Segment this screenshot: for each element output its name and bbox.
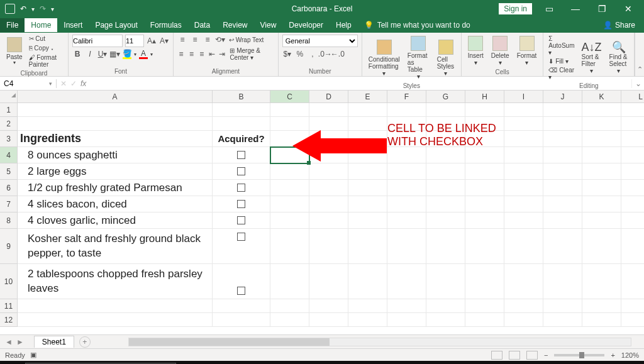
cell-G11[interactable] — [426, 299, 465, 313]
cell-L5[interactable] — [621, 163, 644, 180]
cell-C12[interactable] — [270, 313, 309, 327]
cell-K10[interactable] — [582, 264, 621, 299]
scrollbar-thumb[interactable] — [129, 338, 330, 346]
cell-B4[interactable] — [213, 147, 270, 163]
format-cells-button[interactable]: Format▾ — [514, 35, 540, 67]
cell-G10[interactable] — [426, 264, 465, 299]
expand-formula-bar-icon[interactable]: ⌄ — [631, 79, 644, 88]
excel-taskbar-icon[interactable]: X — [283, 361, 304, 364]
tab-formulas[interactable]: Formulas — [144, 18, 188, 32]
row-header-3[interactable]: 3 — [0, 131, 18, 147]
cell-I10[interactable] — [504, 264, 543, 299]
insert-cells-button[interactable]: Insert▾ — [465, 35, 486, 67]
accounting-format-icon[interactable]: $▾ — [282, 49, 292, 59]
decrease-indent-icon[interactable]: ⇤ — [208, 49, 216, 59]
tell-me-search[interactable]: 💡 Tell me what you want to do — [364, 21, 470, 30]
font-color-button[interactable]: A — [139, 50, 148, 59]
underline-button[interactable]: U▾ — [97, 49, 108, 59]
cut-button[interactable]: ✂ Cut — [28, 35, 64, 43]
row-header-8[interactable]: 8 — [0, 212, 18, 229]
cell-B9[interactable] — [213, 229, 270, 264]
cell-L9[interactable] — [621, 229, 644, 264]
row-header-11[interactable]: 11 — [0, 299, 18, 313]
sheet-tab-sheet1[interactable]: Sheet1 — [34, 336, 74, 348]
cell-H11[interactable] — [465, 299, 504, 313]
decrease-font-icon[interactable]: A▾ — [159, 36, 169, 46]
copy-button[interactable]: ⎘ Copy ▾ — [28, 44, 64, 52]
cell-G1[interactable] — [426, 103, 465, 117]
row-header-2[interactable]: 2 — [0, 117, 18, 131]
qat-customize-dropdown[interactable]: ▾ — [51, 6, 54, 13]
cell-B3[interactable]: Acquired? — [213, 131, 270, 147]
cell-L7[interactable] — [621, 196, 644, 212]
cell-B2[interactable] — [213, 117, 270, 131]
row-header-10[interactable]: 10 — [0, 264, 18, 299]
cell-K9[interactable] — [582, 229, 621, 264]
cell-L1[interactable] — [621, 103, 644, 117]
task-view-icon[interactable]: ⧉ — [197, 361, 219, 364]
undo-icon[interactable]: ↶ — [20, 4, 26, 13]
bold-button[interactable]: B — [72, 49, 82, 59]
autosum-button[interactable]: Σ AutoSum ▾ — [547, 35, 576, 57]
cell-D6[interactable] — [309, 180, 348, 196]
align-right-icon[interactable]: ≡ — [198, 49, 206, 59]
cell-A5[interactable]: 2 large eggs — [18, 163, 213, 180]
cortana-icon[interactable]: ◯ — [176, 361, 197, 364]
cell-F1[interactable] — [387, 103, 426, 117]
font-name-input[interactable] — [72, 35, 123, 47]
cell-F5[interactable] — [387, 163, 426, 180]
cell-H9[interactable] — [465, 229, 504, 264]
increase-indent-icon[interactable]: ⇥ — [218, 49, 226, 59]
col-header-A[interactable]: A — [18, 91, 213, 103]
cell-G6[interactable] — [426, 180, 465, 196]
minimize-button[interactable]: — — [566, 4, 585, 14]
cell-L12[interactable] — [621, 313, 644, 327]
cell-C6[interactable] — [270, 180, 309, 196]
cell-B6[interactable] — [213, 180, 270, 196]
sign-in-button[interactable]: Sign in — [499, 3, 532, 14]
cell-G4[interactable] — [426, 147, 465, 163]
cell-E6[interactable] — [348, 180, 387, 196]
col-header-G[interactable]: G — [426, 91, 465, 103]
col-header-I[interactable]: I — [504, 91, 543, 103]
cell-D9[interactable] — [309, 229, 348, 264]
cell-J3[interactable] — [543, 131, 582, 147]
cell-J12[interactable] — [543, 313, 582, 327]
orientation-icon[interactable]: ⟲▾ — [215, 35, 225, 45]
chrome-icon[interactable]: 🟢 — [262, 361, 283, 364]
zoom-out-button[interactable]: − — [544, 351, 548, 359]
horizontal-scrollbar[interactable] — [128, 338, 631, 346]
cell-D11[interactable] — [309, 299, 348, 313]
cell-G9[interactable] — [426, 229, 465, 264]
col-header-L[interactable]: L — [621, 91, 644, 103]
cell-J4[interactable] — [543, 147, 582, 163]
cell-C11[interactable] — [270, 299, 309, 313]
page-layout-view-button[interactable] — [509, 351, 520, 360]
tab-developer[interactable]: Developer — [282, 18, 330, 32]
checkbox-icon[interactable] — [237, 200, 245, 208]
row-header-9[interactable]: 9 — [0, 229, 18, 264]
macro-record-icon[interactable]: ▣ — [30, 351, 36, 359]
cell-F11[interactable] — [387, 299, 426, 313]
sheet-nav-prev-icon[interactable]: ◄ — [5, 338, 13, 346]
cell-H12[interactable] — [465, 313, 504, 327]
col-header-H[interactable]: H — [465, 91, 504, 103]
paste-button[interactable]: Paste ▾ — [4, 36, 25, 67]
insert-function-icon[interactable]: fx — [80, 79, 86, 88]
share-button[interactable]: 👤 Share — [603, 21, 644, 30]
cell-A9[interactable]: Kosher salt and freshly ground black pep… — [18, 229, 213, 264]
cell-I12[interactable] — [504, 313, 543, 327]
checkbox-icon[interactable] — [237, 184, 245, 192]
cell-E7[interactable] — [348, 196, 387, 212]
file-explorer-icon[interactable]: ▇ — [240, 361, 262, 364]
cell-E9[interactable] — [348, 229, 387, 264]
undo-dropdown[interactable]: ▾ — [31, 6, 35, 13]
save-icon[interactable] — [5, 4, 15, 14]
cell-J11[interactable] — [543, 299, 582, 313]
cell-I7[interactable] — [504, 196, 543, 212]
name-box-dropdown-icon[interactable]: ▾ — [49, 80, 52, 87]
row-header-1[interactable]: 1 — [0, 103, 18, 117]
tab-home[interactable]: Home — [25, 18, 57, 32]
cell-L11[interactable] — [621, 299, 644, 313]
col-header-E[interactable]: E — [348, 91, 387, 103]
